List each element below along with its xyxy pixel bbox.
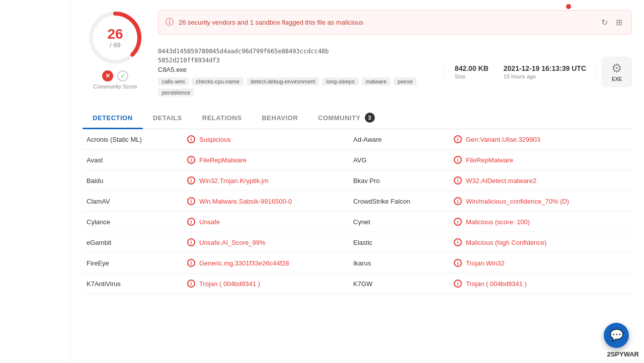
tab-community[interactable]: COMMUNITY 3 (308, 107, 385, 129)
table-row: ClamAViWin.Malware.Sabsik-9916500-0Crowd… (83, 191, 632, 212)
file-type-icon: ⚙ EXE (602, 57, 632, 87)
watermark-text: 2 (607, 350, 610, 358)
detection-name: Suspicious (199, 136, 231, 143)
vendor-name: ClamAV (83, 191, 183, 212)
table-row: eGambitiUnsafe.AI_Score_99%ElasticiMalic… (83, 232, 632, 253)
info-circle-icon: i (454, 259, 462, 267)
vendor-name: Ikarus (349, 253, 450, 274)
file-tag: calls-wmi (158, 77, 189, 85)
detection-name: Trojan ( 004bd9341 ) (466, 280, 527, 288)
detection-result: iUnsafe (183, 212, 334, 232)
detection-result: iUnsafe.AI_Score_99% (183, 232, 334, 253)
vendor-name: K7AntiVirus (83, 274, 183, 294)
file-date-item: 2021-12-19 16:13:39 UTC 15 hours ago (504, 64, 586, 79)
info-circle-icon: i (187, 176, 195, 185)
vendor-name: eGambit (83, 232, 183, 253)
community-icons: ✕ ✓ (102, 70, 128, 81)
file-size-label: Size (455, 73, 489, 79)
detection-name: FileRepMalware (466, 156, 513, 164)
info-circle-icon: i (187, 218, 195, 226)
community-score-label: Community Score (93, 83, 137, 89)
detection-result: iFileRepMalware (450, 150, 632, 170)
tabs: DETECTION DETAILS RELATIONS BEHAVIOR COM… (83, 107, 632, 129)
detection-result: iWin.Malware.Sabsik-9916500-0 (183, 191, 334, 212)
table-row: FireEyeiGeneric.mg.3301f33e26c44f28Ikaru… (83, 253, 632, 274)
file-tag: long-sleeps (322, 77, 358, 85)
tab-detection[interactable]: DETECTION (83, 107, 143, 129)
header-right-section: ⓘ 26 security vendors and 1 sandbox flag… (158, 10, 632, 97)
score-circle: 26 / 69 (88, 10, 143, 65)
info-circle-icon: i (454, 218, 462, 226)
score-total: / 69 (107, 41, 123, 49)
alert-icon: ⓘ (166, 17, 174, 28)
chat-button[interactable]: 💬 (604, 323, 629, 348)
info-circle-icon: i (454, 156, 462, 164)
detection-result: iWin32.Trojan.Kryptik.jm (183, 170, 334, 191)
vendor-name: K7GW (349, 274, 450, 294)
vendor-name: Elastic (349, 232, 450, 253)
detection-name: Win.Malware.Sabsik-9916500-0 (199, 198, 292, 205)
score-number: 26 / 69 (107, 27, 123, 49)
vendor-name: Ad-Aware (349, 129, 450, 150)
table-row: CylanceiUnsafeCynetiMalicious (score: 10… (83, 212, 632, 232)
file-meta: 842.00 KB Size 2021-12-19 16:13:39 UTC 1… (444, 64, 597, 79)
vendor-name: Bkav Pro (349, 170, 450, 191)
file-tag: persistence (158, 88, 194, 97)
detection-name: Malicious (high Confidence) (466, 239, 546, 246)
detection-result: iTrojan.Win32 (450, 253, 632, 274)
file-details: 0443d145859780045d4aadc96d799f665e88493c… (158, 47, 439, 97)
detection-result: iGen:Variant.Ulise.329903 (450, 129, 632, 150)
score-circle-wrapper: 26 / 69 ✕ ✓ Community Score (83, 10, 148, 89)
file-info-row: 0443d145859780045d4aadc96d799f665e88493c… (158, 47, 632, 97)
grid-button[interactable]: ⊞ (614, 16, 624, 29)
file-type-label: EXE (612, 76, 622, 82)
hash-part2: 5052d210ff8934df3 (158, 57, 220, 64)
vendor-name: AVG (349, 150, 450, 170)
detection-name: Malicious (score: 100) (466, 218, 530, 226)
info-circle-icon: i (454, 197, 462, 205)
file-name: C8A5.exe (158, 66, 439, 73)
main-content: 26 / 69 ✕ ✓ Community Score ⓘ (70, 0, 644, 363)
vendor-name: FireEye (83, 253, 183, 274)
detection-result: iTrojan ( 004bd9341 ) (183, 274, 334, 294)
detection-name: Unsafe (199, 218, 220, 226)
tab-behavior[interactable]: BEHAVIOR (252, 107, 308, 129)
detection-name: Generic.mg.3301f33e26c44f28 (199, 259, 289, 267)
info-circle-icon: i (454, 280, 462, 288)
info-circle-icon: i (187, 238, 195, 246)
detection-result: iSuspicious (183, 129, 334, 150)
detection-name: Trojan.Win32 (466, 259, 505, 267)
hash-part1: 0443d145859780045d4aadc96d799f665e88493c… (158, 48, 329, 55)
table-row: Acronis (Static ML)iSuspiciousAd-AwareiG… (83, 129, 632, 150)
refresh-button[interactable]: ↻ (599, 16, 610, 29)
table-row: BaiduiWin32.Trojan.Kryptik.jmBkav ProiW3… (83, 170, 632, 191)
file-tag: detect-debug-environment (247, 77, 319, 85)
info-circle-icon: i (187, 156, 195, 164)
detection-result: iW32.AIDetect.malware2 (450, 170, 632, 191)
vendor-name: Acronis (Static ML) (83, 129, 183, 150)
detection-name: Unsafe.AI_Score_99% (199, 239, 266, 246)
file-size-value: 842.00 KB (455, 64, 489, 72)
vendor-name: Baidu (83, 170, 183, 191)
detection-table: Acronis (Static ML)iSuspiciousAd-AwareiG… (83, 129, 632, 294)
file-date-ago: 15 hours ago (504, 73, 586, 79)
info-circle-icon: i (187, 135, 195, 143)
vendor-name: CrowdStrike Falcon (349, 191, 450, 212)
detection-name: Win/malicious_confidence_70% (D) (466, 198, 569, 205)
score-section: 26 / 69 ✕ ✓ Community Score ⓘ (83, 10, 632, 97)
top-indicator-dot (566, 4, 571, 9)
vendor-name: Cylance (83, 212, 183, 232)
vendor-name: Cynet (349, 212, 450, 232)
detection-result: iMalicious (high Confidence) (450, 232, 632, 253)
info-circle-icon: i (187, 259, 195, 267)
table-row: K7AntiVirusiTrojan ( 004bd9341 )K7GWiTro… (83, 274, 632, 294)
detection-result: iTrojan ( 004bd9341 ) (450, 274, 632, 294)
left-sidebar (0, 0, 70, 363)
watermark-spy: SPYWAR (611, 350, 639, 358)
check-icon: ✓ (117, 70, 128, 81)
tab-relations[interactable]: RELATIONS (192, 107, 252, 129)
info-circle-icon: i (454, 238, 462, 246)
detection-name: FileRepMalware (199, 156, 247, 164)
tab-details[interactable]: DETAILS (143, 107, 192, 129)
alert-text: 26 security vendors and 1 sandbox flagge… (179, 19, 594, 26)
